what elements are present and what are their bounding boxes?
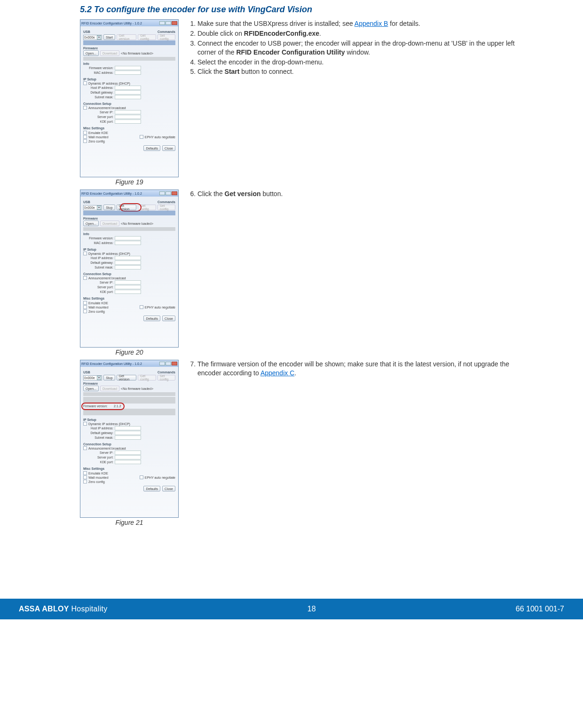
close-button[interactable]: Close (162, 316, 175, 321)
subnet-label: Subnet mask: (86, 95, 113, 99)
get-config-button[interactable]: Get config (138, 205, 156, 210)
zero-config-checkbox[interactable] (83, 139, 87, 143)
minimize-icon (159, 362, 165, 365)
wall-mounted-label: Wall mounted (88, 135, 109, 139)
maximize-icon (165, 21, 171, 25)
dhcp-label: Dynamic IP address (DHCP) (88, 82, 130, 85)
close-icon (172, 21, 177, 25)
step-3: Connect the encoder to USB power; the en… (197, 39, 522, 57)
window-title: RFID Encoder Configuration Utility - 1.0… (81, 362, 142, 365)
appendix-b-link[interactable]: Appendix B (355, 20, 388, 27)
firmware-label: Firmware (83, 47, 175, 50)
phy-label: EPHY auto negotiate (145, 135, 175, 139)
chevron-down-icon: ▾ (97, 35, 101, 40)
get-version-button[interactable]: Get version (117, 375, 136, 380)
figure-20-caption: Figure 20 (80, 348, 179, 356)
figure-21-caption: Figure 21 (80, 519, 179, 526)
get-config-button[interactable]: Get config (138, 34, 156, 40)
set-config-button[interactable]: Set config (158, 205, 175, 210)
no-firmware-text: <No firmware loaded> (121, 52, 153, 55)
usb-dropdown[interactable]: 0x000e▾ (83, 205, 102, 210)
phy-checkbox[interactable] (140, 135, 143, 139)
footer-brand: ASSA ABLOY Hospitality (19, 605, 108, 613)
get-config-button[interactable]: Get config (138, 375, 156, 380)
defaults-button[interactable]: Defaults (143, 486, 160, 491)
window-title: RFID Encoder Configuration Utility - 1.0… (81, 192, 142, 195)
kde-port-field[interactable] (115, 119, 141, 124)
download-button[interactable]: Download (100, 50, 119, 56)
emulate-kde-checkbox[interactable] (83, 131, 87, 135)
close-icon (172, 191, 177, 195)
set-config-button[interactable]: Set config (158, 375, 175, 380)
open-button[interactable]: Open... (83, 386, 99, 391)
step-2: Double click on RFIDEncoderConfig.exe. (197, 29, 522, 38)
ann-label: Announcement broadcast (88, 106, 126, 110)
get-version-button[interactable]: Get version (117, 205, 136, 210)
download-button[interactable]: Download (100, 386, 119, 391)
download-button[interactable]: Download (100, 221, 119, 226)
subnet-field[interactable] (115, 95, 141, 99)
mac-label: MAC address: (86, 71, 113, 74)
close-icon (172, 362, 177, 365)
section-heading: 5.2 To configure the encoder for use wit… (80, 5, 522, 15)
step-4: Select the encoder in the drop-down-menu… (197, 58, 522, 67)
dhcp-checkbox[interactable] (83, 81, 87, 85)
appendix-c-link[interactable]: Appendix C (260, 369, 294, 377)
figure-19-window: RFID Encoder Configuration Utility - 1.0… (80, 19, 179, 177)
defaults-button[interactable]: Defaults (143, 316, 160, 321)
defaults-button[interactable]: Defaults (143, 145, 160, 151)
step-6: Click the Get version button. (197, 190, 522, 198)
chevron-down-icon: ▾ (97, 206, 101, 210)
usb-dropdown[interactable]: 0x000e▾ (83, 35, 102, 40)
step-1: Make sure that the USBXpress driver is i… (197, 19, 522, 28)
step-5: Click the Start button to connect. (197, 67, 522, 76)
maximize-icon (165, 191, 171, 195)
ip-setup-label: IP Setup (83, 78, 175, 81)
fw-version-field (115, 66, 141, 70)
commands-label: Commands (158, 30, 175, 33)
gateway-label: Default gateway: (86, 91, 113, 94)
close-button[interactable]: Close (162, 145, 175, 151)
start-button[interactable]: Start (103, 34, 115, 40)
steps-list-3: The firmware version of the encoder will… (187, 360, 522, 378)
step-7: The firmware version of the encoder will… (197, 360, 522, 378)
figure-19-caption: Figure 19 (80, 178, 179, 186)
footer-doc-number: 66 1001 001-7 (516, 605, 564, 613)
figure-21-window: RFID Encoder Configuration Utility - 1.0… (80, 360, 179, 518)
host-ip-label: Host IP address: (86, 86, 113, 89)
fw-version-label: Firmware version: (86, 66, 113, 70)
stop-button[interactable]: Stop (103, 375, 115, 380)
info-label: Info (83, 62, 175, 65)
gateway-field[interactable] (115, 90, 141, 95)
fw-version-value: 2.1.2 (114, 404, 121, 408)
stop-button[interactable]: Stop (103, 205, 115, 210)
set-config-button[interactable]: Set config (158, 34, 175, 40)
footer-page-number: 18 (307, 605, 316, 613)
wall-mounted-checkbox[interactable] (83, 135, 87, 139)
chevron-down-icon: ▾ (97, 376, 101, 380)
emulate-kde-label: Emulate KDE (88, 131, 108, 135)
figure-20-window: RFID Encoder Configuration Utility - 1.0… (80, 190, 179, 348)
zero-config-label: Zero config (88, 140, 105, 143)
page-footer: ASSA ABLOY Hospitality 18 66 1001 001-7 (0, 599, 583, 619)
misc-label: Misc Settings (83, 127, 175, 130)
get-version-button[interactable]: Get version (117, 34, 136, 40)
open-button[interactable]: Open... (83, 221, 99, 226)
host-ip-field[interactable] (115, 86, 141, 90)
mac-field (115, 71, 141, 75)
server-port-field[interactable] (115, 115, 141, 119)
close-button[interactable]: Close (162, 486, 175, 491)
minimize-icon (159, 21, 165, 25)
status-bar (83, 40, 175, 45)
open-button[interactable]: Open... (83, 50, 99, 56)
minimize-icon (159, 191, 165, 195)
ann-checkbox[interactable] (83, 106, 87, 110)
server-ip-field[interactable] (115, 110, 141, 114)
usb-dropdown[interactable]: 0x000e▾ (83, 375, 102, 380)
steps-list-1: Make sure that the USBXpress driver is i… (187, 19, 522, 76)
server-ip-label: Server IP: (86, 111, 113, 114)
kde-port-label: KDE port: (86, 120, 113, 123)
server-port-label: Server port: (86, 115, 113, 119)
conn-setup-label: Connection Setup (83, 102, 175, 105)
maximize-icon (165, 362, 171, 365)
